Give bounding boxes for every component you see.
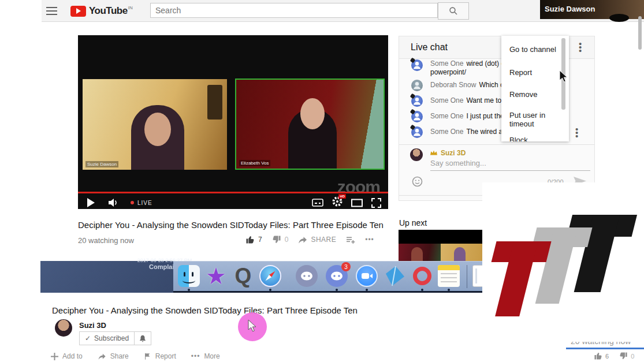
chat-message: Some OneThe wired art bbox=[430, 128, 501, 136]
zoom-app-icon[interactable] bbox=[356, 265, 378, 287]
avatar[interactable] bbox=[411, 80, 423, 91]
youtube-wordmark: YouTube bbox=[89, 5, 128, 16]
person-face bbox=[300, 98, 325, 129]
chat-username: Suzi 3D bbox=[441, 149, 466, 157]
settings-button[interactable]: HD bbox=[332, 196, 343, 209]
mouse-cursor bbox=[248, 319, 256, 332]
live-label: LIVE bbox=[137, 200, 152, 206]
chat-context-menu: Go to channel Report Remove Put user in … bbox=[501, 36, 569, 141]
desktop-strip: 2017-06-28 2:56:27 PM Complaint ★ Q bbox=[40, 261, 482, 293]
add-to-playlist-icon[interactable] bbox=[346, 236, 355, 244]
presenter-name-label: Suzie Dawson bbox=[545, 5, 595, 13]
blue-diamond-app-icon[interactable] bbox=[384, 265, 406, 287]
macos-dock: ★ Q 3 bbox=[173, 261, 482, 293]
watching-now-count: 20 watching now bbox=[78, 236, 134, 245]
avatar[interactable] bbox=[411, 95, 423, 107]
thumbs-up-icon bbox=[594, 352, 602, 360]
chat-menu-kebab-icon[interactable]: ••• bbox=[579, 42, 582, 53]
chat-message: Some Onewired (dot) co bbox=[430, 59, 501, 68]
background-object bbox=[207, 85, 222, 120]
like-button[interactable]: 7 bbox=[245, 235, 262, 244]
live-chat-title: Live chat bbox=[411, 42, 448, 53]
up-next-thumbnail[interactable] bbox=[399, 230, 483, 264]
add-to-button[interactable]: Add to bbox=[51, 352, 83, 360]
avatar[interactable] bbox=[411, 59, 423, 71]
report-button[interactable]: Report bbox=[144, 352, 176, 360]
menu-item-block[interactable]: Block bbox=[509, 136, 561, 141]
share-button[interactable]: SHARE bbox=[298, 235, 336, 244]
youtube-play-icon bbox=[70, 6, 86, 17]
discord-icon[interactable] bbox=[296, 265, 318, 287]
share-button-bottom[interactable]: Share bbox=[98, 352, 129, 360]
player-controls-left: LIVE bbox=[87, 196, 152, 209]
avatar[interactable] bbox=[411, 111, 423, 122]
share-label: SHARE bbox=[311, 236, 336, 244]
running-dot bbox=[336, 289, 338, 291]
thumbs-down-icon bbox=[272, 235, 281, 244]
message-options-kebab-icon[interactable]: ••• bbox=[575, 128, 578, 138]
menu-item-go-to-channel[interactable]: Go to channel bbox=[509, 45, 561, 54]
opera-icon[interactable] bbox=[411, 265, 433, 287]
notes-icon[interactable] bbox=[438, 265, 460, 287]
youtube-logo[interactable]: YouTubeIN bbox=[70, 5, 133, 17]
menu-item-put-user-in-timeout[interactable]: Put user in timeout bbox=[509, 111, 561, 128]
thumb-person bbox=[454, 247, 466, 262]
bell-icon bbox=[139, 334, 147, 343]
logo-letter-red bbox=[482, 241, 552, 316]
volume-icon[interactable] bbox=[109, 198, 120, 207]
finder-icon[interactable] bbox=[178, 265, 200, 287]
more-button[interactable]: ••• More bbox=[191, 352, 220, 360]
region-superscript: IN bbox=[128, 5, 133, 10]
like-count: 7 bbox=[258, 236, 262, 244]
play-icon[interactable] bbox=[87, 198, 95, 207]
ttt-logo-overlay bbox=[482, 182, 644, 342]
plus-icon bbox=[51, 353, 58, 360]
avatar[interactable] bbox=[411, 126, 423, 138]
theater-mode-icon[interactable] bbox=[351, 199, 363, 207]
imovie-icon[interactable]: ★ bbox=[205, 265, 227, 287]
channel-avatar[interactable] bbox=[55, 319, 72, 337]
page-scrollbar[interactable] bbox=[638, 16, 642, 50]
search-icon bbox=[449, 6, 458, 16]
progress-bar[interactable] bbox=[78, 192, 388, 193]
dislike-button[interactable]: 0 bbox=[272, 235, 289, 244]
live-dot bbox=[131, 201, 134, 204]
fullscreen-icon[interactable] bbox=[371, 198, 381, 208]
dislike-count-bottom: 0 bbox=[631, 353, 634, 360]
share-icon bbox=[98, 352, 106, 360]
video-player[interactable]: Suzie Dawson Elizabeth Vos zoom LIVE HD bbox=[78, 35, 388, 209]
like-count-bottom: 6 bbox=[605, 353, 609, 360]
hamburger-menu-icon[interactable] bbox=[46, 7, 57, 17]
thumbs-down-icon bbox=[619, 352, 628, 360]
notification-badge: 3 bbox=[341, 262, 351, 271]
subscribe-group: ✓ Subscribed bbox=[79, 331, 151, 345]
safari-icon[interactable] bbox=[259, 265, 281, 287]
video-feed-suzie: Suzie Dawson bbox=[83, 79, 227, 170]
captions-icon[interactable] bbox=[312, 198, 323, 207]
chat-input[interactable]: Say something... bbox=[430, 159, 590, 171]
chat-user-avatar[interactable] bbox=[410, 148, 423, 161]
click-highlight-cursor bbox=[238, 312, 267, 341]
check-icon: ✓ bbox=[85, 334, 91, 342]
more-actions-icon[interactable]: ••• bbox=[365, 236, 374, 244]
search-button[interactable] bbox=[438, 2, 469, 20]
notification-bell-button[interactable] bbox=[135, 331, 151, 345]
discord-badged-icon[interactable]: 3 bbox=[326, 265, 348, 287]
dislike-button-bottom[interactable]: 0 bbox=[619, 352, 634, 360]
thumbs-up-icon bbox=[245, 235, 255, 244]
player-controls-right: HD bbox=[312, 196, 381, 209]
like-button-bottom[interactable]: 6 bbox=[594, 352, 609, 360]
channel-name[interactable]: Suzi 3D bbox=[79, 321, 106, 330]
dock-divider bbox=[467, 265, 467, 288]
quicktime-icon[interactable]: Q bbox=[232, 265, 254, 287]
chat-message: Some OneWant me to li bbox=[430, 96, 501, 105]
subscribed-button[interactable]: ✓ Subscribed bbox=[79, 331, 135, 345]
menu-item-remove[interactable]: Remove bbox=[509, 90, 561, 99]
chat-message: Some OneI just put the bbox=[430, 112, 501, 120]
moderator-crown-icon bbox=[430, 150, 438, 156]
menu-item-report[interactable]: Report bbox=[509, 68, 561, 77]
search-input[interactable] bbox=[150, 3, 438, 18]
emoji-icon[interactable] bbox=[412, 176, 423, 187]
screen: YouTubeIN Suzie Dawson Suzie Dawson Eliz… bbox=[0, 0, 644, 362]
dislike-count: 0 bbox=[285, 236, 289, 244]
